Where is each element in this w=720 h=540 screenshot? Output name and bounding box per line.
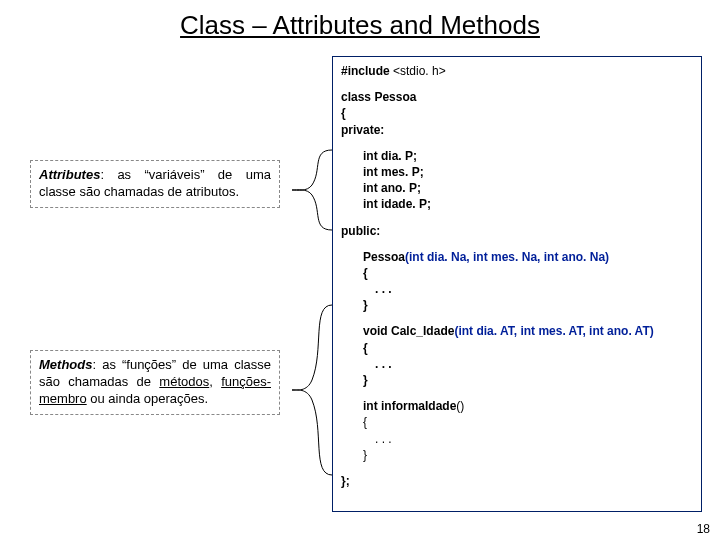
code-class-kw: class	[341, 90, 374, 104]
code-private: private:	[341, 122, 693, 138]
code-class-name: Pessoa	[374, 90, 416, 104]
code-attr1-name: dia. P;	[381, 149, 417, 163]
code-m1-close: }	[341, 372, 693, 388]
note-attributes-lead: Attributes	[39, 167, 100, 182]
code-ctor-name: Pessoa	[363, 250, 405, 264]
code-attr1-type: int	[363, 149, 381, 163]
code-include-kw: #include	[341, 64, 393, 78]
brace-attributes-icon	[282, 145, 332, 235]
code-ctor-sig: (int dia. Na, int mes. Na, int ano. Na)	[405, 250, 609, 264]
code-m1-body: . . .	[341, 356, 693, 372]
code-public: public:	[341, 223, 693, 239]
code-m2-close: }	[341, 447, 693, 463]
code-ctor-body: . . .	[341, 281, 693, 297]
note-methods: Methods: as “funções” de uma classe são …	[30, 350, 280, 415]
code-brace-open: {	[341, 105, 693, 121]
code-m2-open: {	[341, 414, 693, 430]
code-m1-sig: (int dia. AT, int mes. AT, int ano. AT)	[454, 324, 653, 338]
code-m1-open: {	[341, 340, 693, 356]
note-methods-text-2: ou ainda operações.	[87, 391, 208, 406]
page-title: Class – Attributes and Methods	[0, 0, 720, 43]
note-methods-sep1: ,	[209, 374, 221, 389]
code-attr3-name: ano. P;	[381, 181, 421, 195]
code-attr4-type: int	[363, 197, 381, 211]
code-m2-body: . . .	[341, 431, 693, 447]
code-attr2-type: int	[363, 165, 381, 179]
code-m1-name: Calc_Idade	[391, 324, 454, 338]
code-m2-name: informaIdade	[381, 399, 456, 413]
code-include-hdr: <stdio. h>	[393, 64, 446, 78]
page-number: 18	[697, 522, 710, 536]
code-m2-sig: ()	[456, 399, 464, 413]
brace-methods-icon	[282, 300, 332, 480]
code-box: #include <stdio. h> class Pessoa { priva…	[332, 56, 702, 512]
code-ctor-open: {	[341, 265, 693, 281]
code-attr4-name: idade. P;	[381, 197, 431, 211]
code-m2-ret: int	[363, 399, 381, 413]
code-ctor-close: }	[341, 297, 693, 313]
code-class-close: };	[341, 473, 693, 489]
code-m1-ret: void	[363, 324, 391, 338]
note-methods-u1: métodos	[159, 374, 209, 389]
note-attributes: Attributes: as “variáveis” de uma classe…	[30, 160, 280, 208]
note-methods-lead: Methods	[39, 357, 92, 372]
code-attr3-type: int	[363, 181, 381, 195]
code-attr2-name: mes. P;	[381, 165, 424, 179]
